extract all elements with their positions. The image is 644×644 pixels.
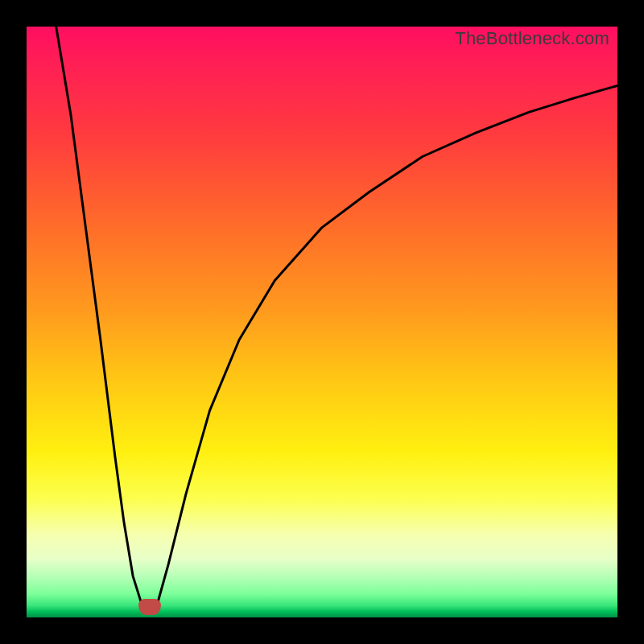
bottleneck-curve — [27, 27, 617, 617]
curve-right-branch — [158, 85, 617, 602]
curve-left-branch — [56, 27, 142, 603]
plot-area: TheBottleneck.com — [27, 27, 617, 617]
outer-frame: TheBottleneck.com — [0, 0, 644, 644]
valley-marker — [138, 599, 161, 615]
